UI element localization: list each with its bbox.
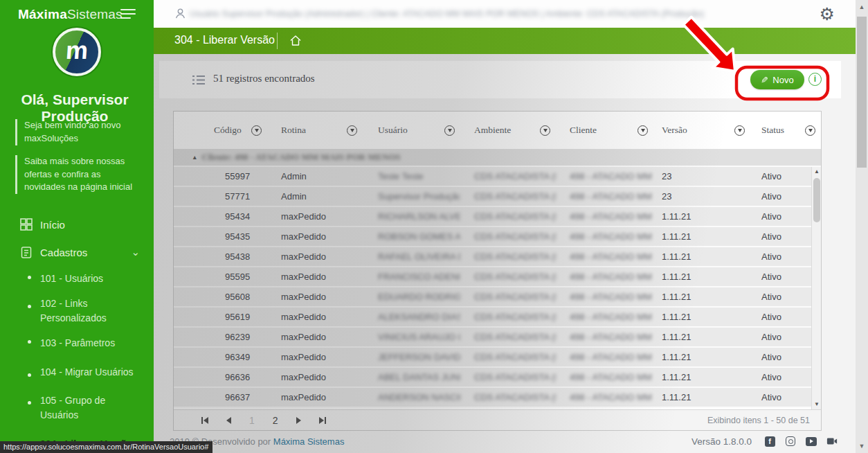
first-page-button[interactable] <box>201 416 208 425</box>
table-row[interactable]: 95619 maxPedido ALEKSANDRO DIAS D... CDS… <box>174 308 821 328</box>
next-page-button[interactable] <box>296 416 301 425</box>
cell-cliente: 498 - ATACADO MM ... <box>556 292 653 302</box>
table-row[interactable]: 55997 Admin Teste Teste CDS ATACADISTA (… <box>174 167 821 187</box>
table-row[interactable]: 95595 maxPedido FRANCISCO ADENIL... CDS … <box>174 267 821 287</box>
scroll-up-icon[interactable]: ▲ <box>812 167 821 177</box>
breadcrumb: 304 - Liberar Versão <box>154 28 856 54</box>
column-header-status: Status <box>750 125 821 136</box>
home-icon[interactable] <box>289 35 302 46</box>
novo-button[interactable]: ✎ Novo <box>750 70 804 89</box>
cell-versao: 1.11.21 <box>653 251 750 262</box>
table-row[interactable]: 95438 maxPedido RAFAEL OLIVEIRA DA... CD… <box>174 247 821 267</box>
info-icon[interactable]: i <box>808 73 822 86</box>
cell-codigo: 55997 <box>174 171 267 181</box>
records-count-text: 51 registros encontrados <box>213 73 315 85</box>
filter-funnel-icon[interactable] <box>734 125 745 136</box>
cell-rotina: maxPedido <box>267 211 363 222</box>
scroll-down-icon[interactable]: ▼ <box>856 441 868 452</box>
table-row[interactable]: 57771 Admin Supervisor Produção CDS ATAC… <box>174 187 821 207</box>
cell-status: Ativo <box>750 171 821 181</box>
youtube-icon[interactable] <box>806 436 817 447</box>
window-scrollbar[interactable]: ▲ ▼ <box>856 0 868 453</box>
scroll-up-icon[interactable]: ▲ <box>856 1 868 12</box>
cell-rotina: maxPedido <box>267 272 363 282</box>
cell-status: Ativo <box>750 332 821 342</box>
novo-button-label: Novo <box>772 75 793 85</box>
filter-funnel-icon[interactable] <box>540 125 550 136</box>
cell-codigo: 96349 <box>174 352 267 362</box>
table-row[interactable]: 95608 maxPedido EDUARDO RODRIGUE... CDS … <box>174 287 821 308</box>
cell-usuario: ANDERSON NASCIME... <box>363 392 460 402</box>
menu-toggle-icon[interactable] <box>120 9 136 19</box>
cell-codigo: 95435 <box>174 231 267 242</box>
bullet-icon <box>28 305 31 308</box>
page-title: 304 - Liberar Versão <box>174 34 275 46</box>
page-number-1[interactable]: 1 <box>249 415 255 426</box>
cell-usuario: VINICIUS ARAUJO CH... <box>363 332 460 342</box>
table-row[interactable]: 95435 maxPedido ROBSON GOMES AL... CDS A… <box>174 227 821 247</box>
browser-status-url: https://appsv.solucoesmaxima.com.br/Roti… <box>0 441 213 453</box>
cell-status: Ativo <box>750 312 821 322</box>
app-window: MáximaSistemas m Olá, Supervisor Produçã… <box>0 0 868 453</box>
sidebar-item-104-migrar[interactable]: 104 - Migrar Usuários <box>0 359 154 384</box>
company-logo[interactable]: m <box>53 28 101 76</box>
table-row[interactable]: 96636 maxPedido ABEL DANTAS JUNIOR CDS A… <box>174 368 821 388</box>
cell-versao: 1.11.21 <box>653 211 750 222</box>
table-row[interactable]: 96239 maxPedido VINICIUS ARAUJO CH... CD… <box>174 328 821 348</box>
last-page-button[interactable] <box>319 416 326 425</box>
grid-card: Código Rotina Usuário Ambiente Cliente <box>173 111 822 431</box>
sidebar-item-105-grupo[interactable]: 105 - Grupo de Usuários <box>0 388 154 427</box>
cell-rotina: maxPedido <box>267 352 363 362</box>
grid-scrollbar-thumb[interactable] <box>813 178 820 222</box>
sidebar-item-inicio[interactable]: Início <box>0 211 154 238</box>
cell-versao: 1.11.21 <box>653 352 750 362</box>
cell-cliente: 498 - ATACADO MM ... <box>556 372 653 382</box>
prev-page-button[interactable] <box>226 416 231 425</box>
column-header-usuario: Usuário <box>363 125 460 136</box>
cell-ambiente: CDS ATACADISTA (Pr... <box>460 312 556 322</box>
cell-ambiente: CDS ATACADISTA (Pr... <box>460 272 556 282</box>
cell-cliente: 498 - ATACADO MM ... <box>556 231 653 242</box>
cell-usuario: RAFAEL OLIVEIRA DA... <box>363 251 460 262</box>
cell-usuario: JEFFERSON DAVID A... <box>363 352 460 362</box>
table-row[interactable]: 95434 maxPedido RICHARLSON ALVES ... CDS… <box>174 207 821 227</box>
sidebar-item-103-parametros[interactable]: 103 - Parâmetros <box>0 330 154 355</box>
instagram-icon[interactable] <box>785 436 796 447</box>
sidebar-item-label: 101 - Usuários <box>40 273 103 284</box>
cell-status: Ativo <box>750 211 821 222</box>
group-header-row[interactable]: ▴ Cliente: 498 - ATACADO MM MAIS POR MEN… <box>174 149 821 167</box>
company-link[interactable]: Máxima Sistemas <box>273 436 345 447</box>
video-camera-icon[interactable] <box>826 436 838 447</box>
filter-funnel-icon[interactable] <box>805 125 815 136</box>
scroll-down-icon[interactable]: ▼ <box>812 400 821 409</box>
bullet-icon <box>28 373 31 377</box>
window-scrollbar-thumb[interactable] <box>857 17 867 168</box>
table-row[interactable]: 96349 maxPedido JEFFERSON DAVID A... CDS… <box>174 348 821 368</box>
cell-status: Ativo <box>750 251 821 262</box>
filter-funnel-icon[interactable] <box>638 125 648 136</box>
cell-usuario: EDUARDO RODRIGUE... <box>363 292 460 302</box>
brand-logo-text[interactable]: MáximaSistemas <box>18 7 123 22</box>
sidebar-item-101-usuarios[interactable]: 101 - Usuários <box>0 266 154 291</box>
cell-rotina: Admin <box>267 191 363 202</box>
grid-scrollbar[interactable]: ▲ ▼ <box>811 167 821 409</box>
sidebar-item-cadastros[interactable]: Cadastros ⌄ <box>0 238 154 266</box>
sidebar-item-102-links[interactable]: 102 - Links Personalizados <box>0 291 138 330</box>
cell-usuario: Supervisor Produção <box>363 191 460 202</box>
cell-cliente: 498 - ATACADO MM ... <box>556 392 653 402</box>
settings-gear-icon[interactable]: ⚙ <box>820 3 835 24</box>
filter-funnel-icon[interactable] <box>444 125 455 136</box>
cell-ambiente: CDS ATACADISTA (Pr... <box>460 231 556 242</box>
list-icon <box>192 75 205 85</box>
filter-funnel-icon[interactable] <box>347 125 357 136</box>
column-header-versao: Versão <box>653 125 750 136</box>
facebook-icon[interactable]: f <box>764 436 775 447</box>
cell-versao: 1.11.21 <box>653 312 750 322</box>
sidebar-menu: Início Cadastros ⌄ 101 - Usuários 102 - … <box>0 211 154 453</box>
filter-funnel-icon[interactable] <box>251 125 262 136</box>
table-row[interactable]: 96637 maxPedido ANDERSON NASCIME... CDS … <box>174 388 821 408</box>
page-number-2[interactable]: 2 <box>273 415 278 426</box>
bullet-icon <box>28 340 31 344</box>
cell-ambiente: CDS ATACADISTA (Pr... <box>460 292 556 302</box>
cell-codigo: 96637 <box>174 392 267 402</box>
